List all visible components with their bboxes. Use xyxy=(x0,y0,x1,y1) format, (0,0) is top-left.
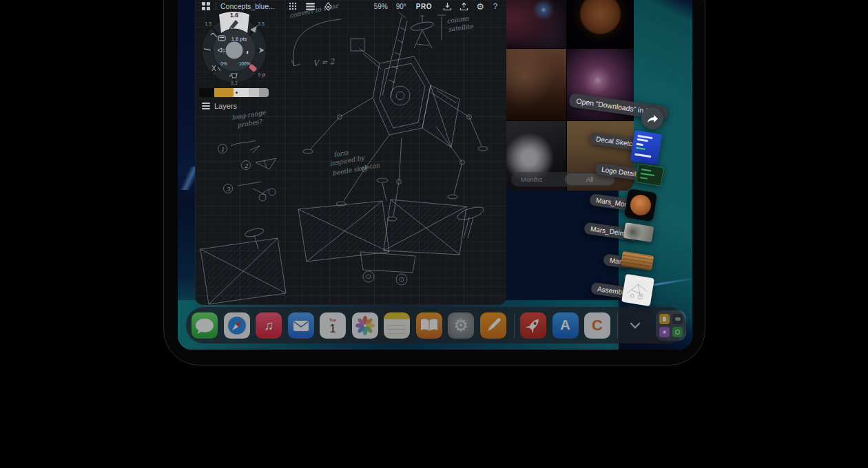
help-icon[interactable]: ? xyxy=(491,2,499,10)
books-app-icon[interactable] xyxy=(416,312,442,339)
rocket-icon xyxy=(520,312,546,339)
music-app-icon[interactable]: ♫ xyxy=(256,312,282,339)
color-swatch-bar[interactable] xyxy=(199,88,269,97)
layers-icon xyxy=(202,103,210,109)
notes-app-icon[interactable] xyxy=(384,312,410,339)
envelope-icon xyxy=(288,312,314,339)
annotation-satellite: satellite xyxy=(448,23,474,33)
chevron-down-button[interactable] xyxy=(627,312,643,339)
swatch-black[interactable] xyxy=(199,88,214,97)
ipad-screen: 1 2 3 convert to solar comms satellite V… xyxy=(178,0,692,350)
photo-horsehead-nebula[interactable] xyxy=(506,0,566,48)
concepts-app-window: 1 2 3 convert to solar comms satellite V… xyxy=(195,0,506,305)
camera-mini-icon xyxy=(672,314,683,324)
gear-icon: ⚙ xyxy=(453,317,468,334)
clock-mini-icon xyxy=(672,327,683,337)
photo-mars-desert[interactable] xyxy=(567,121,634,191)
opacity-max-label: 100% xyxy=(239,61,251,66)
swatch-selected-dot xyxy=(236,92,238,94)
soft-pen-size: 1.3 xyxy=(205,21,211,26)
opacity-min-label: 0% xyxy=(220,61,227,66)
photo-mars-globe[interactable] xyxy=(567,0,634,48)
open-book-icon xyxy=(416,312,442,339)
marker-3: 3 xyxy=(227,187,231,193)
photo-voyager-probe[interactable] xyxy=(506,121,566,191)
notes-line xyxy=(388,329,406,330)
layers-label: Layers xyxy=(214,102,237,110)
calendar-day: 1 xyxy=(329,323,335,335)
import-icon[interactable] xyxy=(442,2,453,11)
dot-grid-icon[interactable] xyxy=(287,2,298,10)
marker-2: 2 xyxy=(245,163,249,169)
music-note-icon: ♫ xyxy=(264,318,273,333)
safari-app-icon[interactable] xyxy=(224,312,250,339)
brush-size: 3.5 xyxy=(258,21,265,26)
photo-mars-landscape[interactable] xyxy=(506,49,566,120)
swatch-gold[interactable] xyxy=(214,88,234,97)
photos-grid xyxy=(506,0,634,191)
c-swirl-app-icon[interactable]: C xyxy=(584,312,610,339)
star-mini-icon: ★ xyxy=(659,327,670,337)
dock-divider xyxy=(514,313,515,338)
fill-size: 6.3 xyxy=(231,81,237,85)
app-library-icon[interactable]: ★ xyxy=(656,310,686,341)
swatch-light-gray[interactable] xyxy=(234,88,249,97)
zoom-level[interactable]: 59% xyxy=(374,3,388,10)
tips-mini-icon xyxy=(659,314,670,324)
notes-line xyxy=(388,325,406,326)
pen-nib-icon[interactable] xyxy=(323,2,334,11)
app-store-app-icon[interactable]: A xyxy=(552,312,579,339)
notes-line xyxy=(388,333,406,334)
concepts-app-dock-icon[interactable] xyxy=(480,312,506,339)
pen-icon xyxy=(480,312,506,339)
opacity-icon: ◐ xyxy=(246,48,250,56)
export-icon[interactable] xyxy=(458,2,469,11)
c-letter: C xyxy=(592,317,603,334)
mail-app-icon[interactable] xyxy=(288,312,314,339)
eraser-size: 5 pt xyxy=(258,72,266,78)
stage: 1 2 3 convert to solar comms satellite V… xyxy=(0,0,868,468)
tool-wheel[interactable]: 1.6 1.3 3.5 5 pt 6.3 1.6 pts xyxy=(195,10,275,91)
dock: ♫ Tue 1 xyxy=(186,307,686,343)
rocket-app-icon[interactable] xyxy=(520,312,546,339)
photos-app-icon[interactable] xyxy=(352,312,378,339)
app-store-letter: A xyxy=(560,317,570,333)
tab-months[interactable]: Months xyxy=(511,176,552,183)
photo-orion-nebula[interactable] xyxy=(567,49,634,120)
tab-all[interactable]: All xyxy=(565,173,614,185)
swatch-gray[interactable] xyxy=(249,88,259,97)
settings-app-icon[interactable]: ⚙ xyxy=(448,312,474,339)
stroke-size-label: 1.6 pts xyxy=(231,36,247,42)
chevron-down-icon xyxy=(630,322,641,329)
photos-zoom-tabs: Months All xyxy=(511,172,616,187)
photos-panel: Months All xyxy=(506,0,634,191)
messages-app-icon[interactable] xyxy=(192,312,218,339)
marker-1: 1 xyxy=(221,147,225,153)
layers-button[interactable]: Layers xyxy=(202,102,237,110)
layers-menu-icon[interactable] xyxy=(305,3,316,10)
flower-icon xyxy=(352,312,378,339)
dock-divider xyxy=(617,313,618,338)
calendar-app-icon[interactable]: Tue 1 xyxy=(320,312,346,339)
selected-size-label: 1.6 xyxy=(230,12,238,19)
annotation-v2: V = 2 xyxy=(313,57,335,68)
swatch-dark-gray[interactable] xyxy=(259,88,269,97)
speech-bubble-icon xyxy=(192,312,218,339)
rotation-angle[interactable]: 90° xyxy=(396,3,406,10)
wheel-center-button[interactable] xyxy=(226,42,243,59)
pro-button[interactable]: PRO xyxy=(416,3,432,10)
compass-icon xyxy=(224,312,250,339)
settings-gear-icon[interactable]: ⚙ xyxy=(475,1,486,12)
